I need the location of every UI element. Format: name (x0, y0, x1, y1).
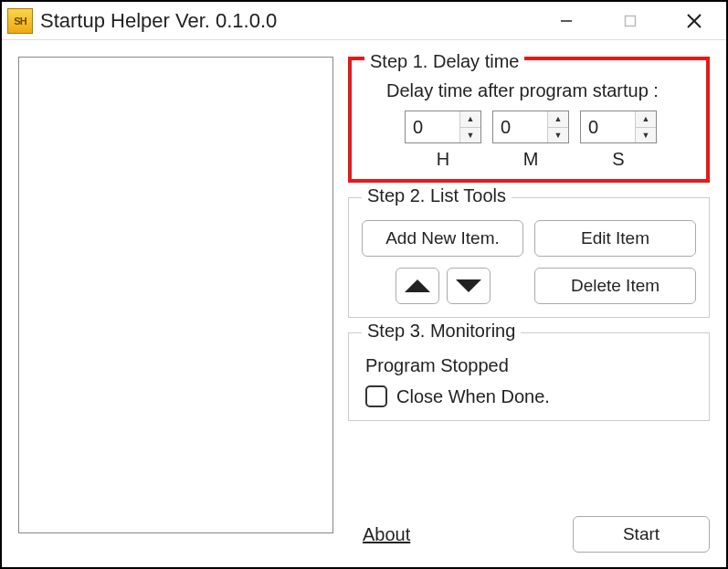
step2-legend: Step 2. List Tools (362, 185, 512, 206)
svg-rect-1 (626, 16, 636, 26)
delay-label: Delay time after program startup : (386, 80, 695, 101)
triangle-up-icon (405, 279, 430, 292)
step2-group: Step 2. List Tools Add New Item. Edit It… (348, 197, 710, 318)
move-down-button[interactable] (447, 268, 491, 304)
move-up-button[interactable] (396, 268, 439, 304)
seconds-value[interactable]: 0 (581, 111, 636, 142)
seconds-spinner[interactable]: 0 ▲ ▼ (580, 111, 657, 143)
minutes-spinner[interactable]: 0 ▲ ▼ (492, 111, 569, 143)
right-column: Step 1. Delay time Delay time after prog… (348, 57, 710, 553)
minimize-button[interactable] (534, 2, 598, 40)
close-button[interactable] (662, 2, 726, 40)
app-window: SH Startup Helper Ver. 0.1.0.0 Step 1. D… (0, 0, 728, 569)
hours-up-icon[interactable]: ▲ (460, 111, 480, 128)
delay-spinners: 0 ▲ ▼ 0 ▲ ▼ 0 (366, 111, 695, 143)
minutes-down-icon[interactable]: ▼ (548, 128, 568, 143)
minutes-caption: M (492, 149, 569, 170)
close-when-done-checkbox[interactable] (365, 385, 387, 407)
minutes-value[interactable]: 0 (493, 111, 548, 142)
items-listbox[interactable] (18, 57, 333, 533)
hours-down-icon[interactable]: ▼ (460, 128, 480, 143)
step1-group: Step 1. Delay time Delay time after prog… (348, 57, 710, 183)
window-controls (534, 2, 726, 40)
step1-legend: Step 1. Delay time (364, 51, 524, 72)
window-title: Startup Helper Ver. 0.1.0.0 (40, 9, 277, 33)
client-area: Step 1. Delay time Delay time after prog… (2, 40, 726, 567)
hours-caption: H (405, 149, 481, 170)
maximize-button[interactable] (598, 2, 662, 40)
close-when-done-label: Close When Done. (396, 386, 550, 407)
footer-row: About Start (348, 516, 710, 553)
hours-spinner[interactable]: 0 ▲ ▼ (405, 111, 481, 143)
seconds-down-icon[interactable]: ▼ (636, 128, 656, 143)
step3-group: Step 3. Monitoring Program Stopped Close… (348, 332, 710, 421)
triangle-down-icon (456, 279, 481, 292)
seconds-up-icon[interactable]: ▲ (636, 111, 656, 128)
seconds-caption: S (580, 149, 657, 170)
minutes-up-icon[interactable]: ▲ (548, 111, 568, 128)
app-icon: SH (7, 8, 33, 34)
hours-value[interactable]: 0 (406, 111, 460, 142)
about-link[interactable]: About (363, 524, 410, 545)
monitoring-status: Program Stopped (365, 355, 696, 376)
add-item-button[interactable]: Add New Item. (362, 220, 523, 257)
delete-item-button[interactable]: Delete Item (534, 268, 696, 304)
edit-item-button[interactable]: Edit Item (534, 220, 696, 257)
titlebar: SH Startup Helper Ver. 0.1.0.0 (2, 2, 726, 40)
start-button[interactable]: Start (573, 516, 710, 553)
step3-legend: Step 3. Monitoring (362, 321, 521, 342)
